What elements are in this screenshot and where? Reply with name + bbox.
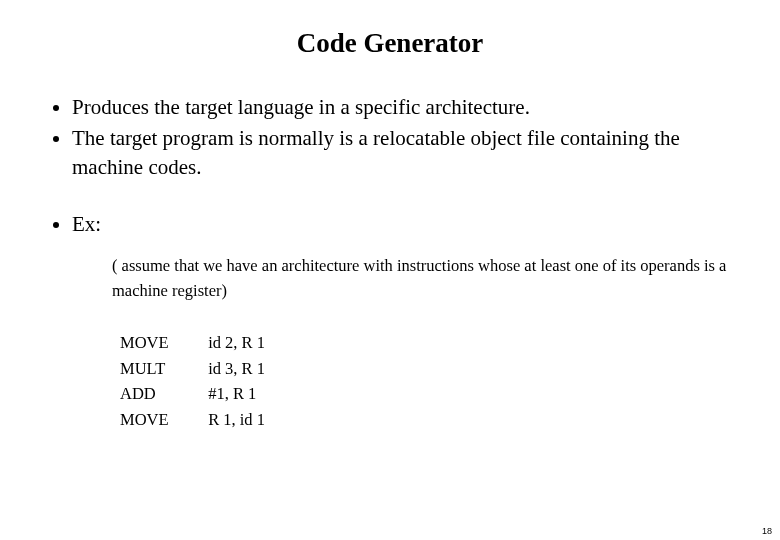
bullet-list: Produces the target language in a specif… [54, 93, 750, 182]
slide: Code Generator Produces the target langu… [0, 0, 780, 540]
slide-title: Code Generator [30, 28, 750, 59]
page-number: 18 [762, 526, 772, 536]
code-row: MOVE id 2, R 1 [120, 330, 750, 356]
code-row: ADD #1, R 1 [120, 381, 750, 407]
code-row: MOVE R 1, id 1 [120, 407, 750, 433]
operands: R 1, id 1 [208, 410, 265, 429]
bullet-item: The target program is normally is a relo… [72, 124, 750, 182]
opcode: ADD [120, 381, 204, 407]
opcode: MULT [120, 356, 204, 382]
opcode: MOVE [120, 407, 204, 433]
bullet-item-ex: Ex: [72, 210, 750, 239]
opcode: MOVE [120, 330, 204, 356]
code-row: MULT id 3, R 1 [120, 356, 750, 382]
bullet-item: Produces the target language in a specif… [72, 93, 750, 122]
bullet-list-ex: Ex: [54, 210, 750, 239]
code-block: MOVE id 2, R 1 MULT id 3, R 1 ADD #1, R … [120, 330, 750, 432]
operands: #1, R 1 [208, 384, 256, 403]
operands: id 3, R 1 [208, 359, 265, 378]
example-note: ( assume that we have an architecture wi… [112, 253, 750, 304]
operands: id 2, R 1 [208, 333, 265, 352]
